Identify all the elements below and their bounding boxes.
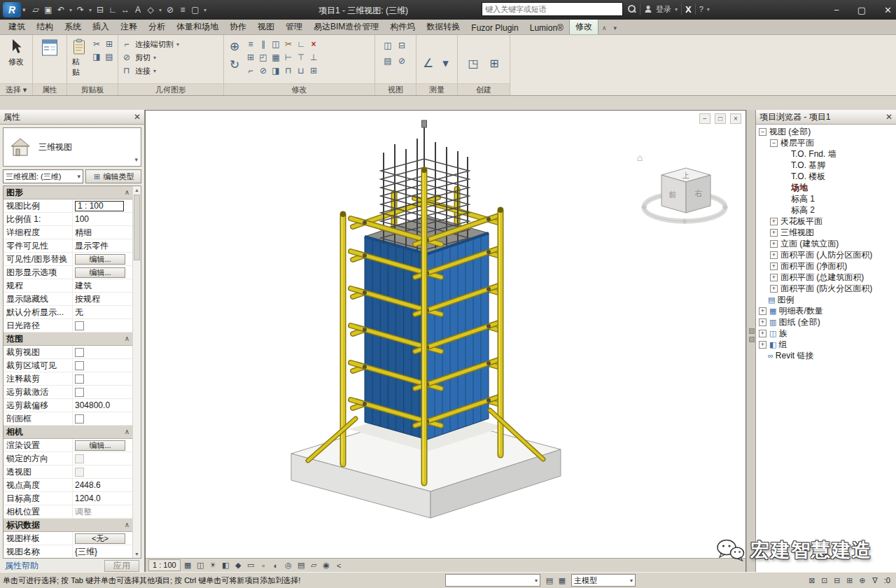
tree-expander-icon[interactable]: + <box>770 218 778 225</box>
tree-item[interactable]: 标高 2 <box>756 204 896 216</box>
crop-view-icon[interactable]: ▭ <box>245 560 257 571</box>
property-row[interactable]: 显示隐藏线按规程∧ <box>4 293 133 306</box>
tree-item[interactable]: +▦明细表/数量 <box>756 305 896 316</box>
panel-label-clipboard[interactable]: 剪贴板 <box>67 83 118 95</box>
active-workset-select[interactable]: 主模型▾ <box>571 574 636 587</box>
copy-icon[interactable]: ⊞ <box>245 52 256 63</box>
tree-expander-icon[interactable]: − <box>759 128 766 136</box>
property-row[interactable]: 零件可见性显示零件∧ <box>4 239 133 253</box>
default-3d-view-icon[interactable]: ◇ <box>145 4 157 16</box>
trim-icon[interactable]: ∟ <box>295 38 307 50</box>
ribbon-tab[interactable]: 修改 <box>569 18 598 34</box>
apply-button[interactable]: 应用 <box>104 560 139 572</box>
aligned-dimension-icon[interactable]: ↔ <box>120 4 132 16</box>
ribbon-tab[interactable]: 注释 <box>115 19 143 34</box>
select-links-toggle-icon[interactable]: ⊠ <box>806 575 818 586</box>
viewcube-front-label[interactable]: 前 <box>668 190 677 199</box>
tree-item[interactable]: +面积平面 (净面积) <box>756 260 896 272</box>
extend-icon[interactable]: ⊢ <box>283 52 294 63</box>
tree-item[interactable]: −视图 (全部) <box>756 126 896 137</box>
panel-label-measure[interactable]: 测量 <box>416 83 457 95</box>
array-icon[interactable]: ▦ <box>270 52 281 63</box>
property-row[interactable]: 裁剪区域可见∧ <box>4 359 133 372</box>
redo-dropdown-icon[interactable]: ▾ <box>88 4 94 16</box>
ribbon-cycle-dropdown-icon[interactable]: ▾ <box>610 24 621 34</box>
viewcube-home-icon[interactable]: ⌂ <box>637 152 643 163</box>
panel-splitter[interactable] <box>746 110 755 573</box>
temporary-view-properties-icon[interactable]: ▱ <box>308 560 320 571</box>
section-collapse-icon[interactable]: ∧ <box>125 426 130 438</box>
property-row[interactable]: 锁定的方向∧ <box>4 452 133 465</box>
property-row[interactable]: 可见性/图形替换编辑...∧ <box>4 253 133 266</box>
print-icon[interactable]: ⊟ <box>94 4 106 16</box>
property-row[interactable]: 相机∧ <box>4 426 133 439</box>
tree-item[interactable]: +面积平面 (人防分区面积) <box>756 249 896 260</box>
exchange-apps-icon[interactable]: X <box>685 4 692 15</box>
undo-dropdown-icon[interactable]: ▾ <box>68 4 74 16</box>
show-crop-region-icon[interactable]: ▫ <box>258 560 270 571</box>
sun-path-icon[interactable]: ☀ <box>207 560 219 571</box>
splitter-grip-icon[interactable] <box>749 337 755 342</box>
tree-item[interactable]: −楼层平面 <box>756 137 896 148</box>
drawing-area[interactable]: −□× <box>145 110 746 573</box>
ribbon-tab[interactable]: 建筑 <box>3 19 31 34</box>
checkbox[interactable] <box>75 321 84 330</box>
qat-customize-dropdown-icon[interactable]: ▾ <box>202 4 209 16</box>
temporary-hide-isolate-icon[interactable]: ◐ <box>270 560 282 571</box>
unpin-icon[interactable]: ⊥ <box>308 52 319 63</box>
ribbon-collapse-icon[interactable]: ∧ <box>598 24 610 34</box>
measure-icon[interactable]: ∟ <box>107 4 119 16</box>
tree-item[interactable]: +面积平面 (防火分区面积) <box>756 283 896 294</box>
redo-icon[interactable]: ↷ <box>75 4 87 16</box>
show-constraints-icon[interactable]: ◉ <box>321 560 332 571</box>
panel-label-create[interactable]: 创建 <box>458 83 510 95</box>
visibility-graphics-icon[interactable]: ◫ <box>382 40 393 51</box>
select-pinned-toggle-icon[interactable]: ⊟ <box>831 575 844 586</box>
checkbox[interactable] <box>75 414 84 424</box>
properties-help-link[interactable]: 属性帮助 <box>5 560 38 572</box>
ribbon-tab[interactable]: Fuzor Plugin <box>465 21 524 34</box>
tree-expander-icon[interactable]: + <box>770 229 778 237</box>
ribbon-tab[interactable]: Lumion® <box>524 21 569 34</box>
tree-item[interactable]: +三维视图 <box>756 227 896 238</box>
splitter-grip-icon[interactable] <box>749 328 755 334</box>
expand-viewbar-icon[interactable]: < <box>333 560 345 571</box>
property-row[interactable]: 裁剪视图∧ <box>4 346 133 359</box>
shadows-icon[interactable]: ◧ <box>220 560 232 571</box>
tree-expander-icon[interactable]: + <box>770 274 778 281</box>
thin-lines-icon[interactable]: ≡ <box>177 4 189 16</box>
move-icon[interactable]: ⊕ <box>227 38 242 54</box>
paste-button[interactable]: 粘贴 <box>70 37 88 83</box>
undo-icon[interactable]: ↶ <box>55 4 67 16</box>
close-window-icon[interactable]: ✕ <box>884 5 892 15</box>
tree-item[interactable]: T.O. 基脚 <box>756 160 896 171</box>
ribbon-tab[interactable]: 易达BIM造价管理 <box>308 19 384 34</box>
ribbon-tab[interactable]: 结构 <box>31 19 59 34</box>
wall-joins-icon[interactable]: ⊞ <box>308 65 319 76</box>
tree-expander-icon[interactable]: + <box>759 341 766 349</box>
select-by-face-toggle-icon[interactable]: ⊞ <box>844 575 856 586</box>
property-row[interactable]: 视点高度2448.6∧ <box>4 479 133 492</box>
tree-item[interactable]: +立面 (建筑立面) <box>756 238 896 249</box>
checkbox[interactable] <box>75 388 84 397</box>
tree-expander-icon[interactable]: + <box>770 251 778 259</box>
scrollbar-thumb[interactable] <box>134 195 140 260</box>
align-icon[interactable]: ≡ <box>245 38 256 50</box>
edit-type-button[interactable]: ⊞ 编辑类型 <box>85 169 141 183</box>
tree-item[interactable]: 场地 <box>756 182 896 193</box>
panel-label-properties[interactable]: 属性 <box>33 83 66 95</box>
property-row[interactable]: 标识数据∧ <box>4 519 133 532</box>
tree-expander-icon[interactable]: − <box>770 139 778 147</box>
checkbox[interactable] <box>75 361 84 370</box>
property-row[interactable]: 视图样板<无>∧ <box>4 532 133 545</box>
property-row[interactable]: 渲染设置编辑...∧ <box>4 439 133 452</box>
match-type-icon[interactable]: ◨ <box>91 51 102 62</box>
properties-scrollbar[interactable]: ▲ ▼ <box>132 186 141 558</box>
tree-item[interactable]: 标高 1 <box>756 193 896 204</box>
panel-label-modify[interactable]: 修改 <box>224 83 374 95</box>
unjoin-icon[interactable]: ⊔ <box>295 65 307 76</box>
pin-icon[interactable]: ⊤ <box>295 52 307 63</box>
tree-expander-icon[interactable]: + <box>770 285 778 293</box>
panel-label-view[interactable]: 视图 <box>375 83 416 95</box>
property-row[interactable]: 注释裁剪∧ <box>4 372 133 386</box>
